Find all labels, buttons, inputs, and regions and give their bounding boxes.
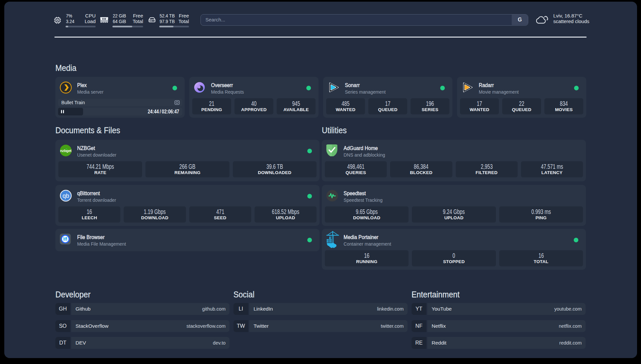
svg-text:nzbget: nzbget — [60, 149, 72, 153]
svg-text:qb: qb — [63, 193, 69, 199]
